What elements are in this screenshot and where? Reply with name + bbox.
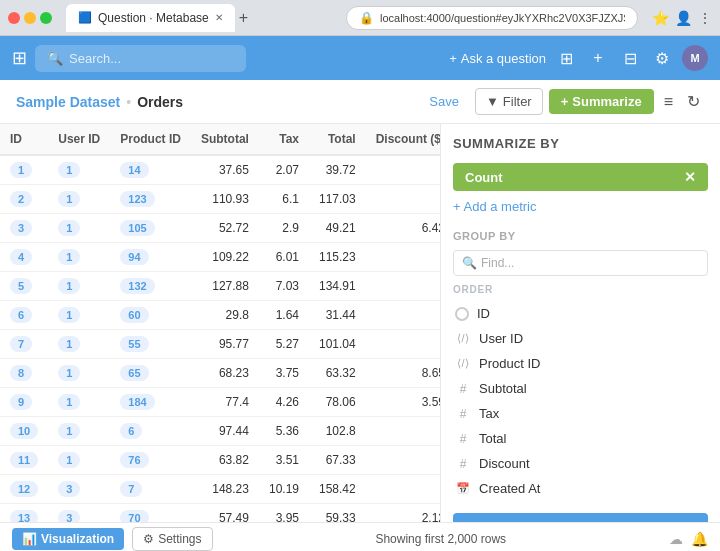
settings-button[interactable]: ⚙ Settings [132, 527, 212, 551]
group-item-subtotal[interactable]: # Subtotal [453, 376, 708, 401]
table-row[interactable]: 101697.445.36102.8January... [0, 417, 440, 446]
apps-icon[interactable]: ⊞ [554, 46, 578, 70]
table-row[interactable]: 1117663.823.5167.33July 22... [0, 446, 440, 475]
search-placeholder: Search... [69, 51, 121, 66]
table-header-row: ID User ID Product ID Subtotal Tax Total… [0, 124, 440, 155]
col-header-tax[interactable]: Tax [259, 124, 309, 155]
table-row[interactable]: 9118477.44.2678.063.59May 3... [0, 388, 440, 417]
table-cell: 4 [0, 243, 48, 272]
table-cell: 1 [48, 330, 110, 359]
group-label-user-id: User ID [479, 331, 706, 346]
table-cell: 10.19 [259, 475, 309, 504]
maximize-button[interactable] [40, 12, 52, 24]
done-button[interactable]: Done [453, 513, 708, 522]
table-cell: 101.04 [309, 330, 366, 359]
table-row[interactable]: 3110552.722.949.216.42Decemb... [0, 214, 440, 243]
table-row[interactable]: 21123110.936.1117.03May 15... [0, 185, 440, 214]
group-item-discount[interactable]: # Discount [453, 451, 708, 476]
group-item-total[interactable]: # Total [453, 426, 708, 451]
table-row[interactable]: 715595.775.27101.04Septem... [0, 330, 440, 359]
table-cell: 55 [110, 330, 191, 359]
sort-icon[interactable]: ≡ [660, 89, 677, 115]
table-cell: 1 [0, 155, 48, 185]
product-id-badge: 7 [120, 481, 142, 497]
table-row[interactable]: 816568.233.7563.328.65June 17... [0, 359, 440, 388]
table-cell: 1 [48, 155, 110, 185]
bell-icon[interactable]: 🔔 [691, 531, 708, 547]
tab-close-icon[interactable]: ✕ [215, 12, 223, 23]
add-metric-button[interactable]: + Add a metric [453, 199, 708, 214]
col-header-subtotal[interactable]: Subtotal [191, 124, 259, 155]
table-cell: 7 [110, 475, 191, 504]
table-container[interactable]: ID User ID Product ID Subtotal Tax Total… [0, 124, 440, 522]
user-id-badge: 1 [58, 307, 80, 323]
group-item-tax[interactable]: # Tax [453, 401, 708, 426]
table-cell: 97.44 [191, 417, 259, 446]
settings-icon[interactable]: ⚙ [650, 46, 674, 70]
share-icon-product-id: ⟨/⟩ [455, 357, 471, 370]
table-cell: 95.77 [191, 330, 259, 359]
table-cell: 6.01 [259, 243, 309, 272]
nav-icons: ⊞ + ⊟ ⚙ M [554, 45, 708, 71]
refresh-icon[interactable]: ↻ [683, 88, 704, 115]
cloud-icon[interactable]: ☁ [669, 531, 683, 547]
table-row[interactable]: 616029.81.6431.44Novem... [0, 301, 440, 330]
col-header-id[interactable]: ID [0, 124, 48, 155]
save-button[interactable]: Save [419, 89, 469, 114]
settings-gear-icon: ⚙ [143, 532, 154, 546]
product-id-badge: 132 [120, 278, 154, 294]
new-tab-button[interactable]: + [239, 9, 248, 27]
group-by-title: Group by [453, 230, 708, 242]
hash-icon-total: # [455, 432, 471, 446]
search-icon: 🔍 [462, 256, 477, 270]
table-cell: 158.42 [309, 475, 366, 504]
address-bar[interactable]: 🔒 localhost:4000/question#eyJkYXRhc2V0X3… [346, 6, 638, 30]
add-icon[interactable]: + [586, 46, 610, 70]
search-bar[interactable]: 🔍 Search... [35, 45, 246, 72]
table-cell: 29.8 [191, 301, 259, 330]
table-cell: 14 [110, 155, 191, 185]
minimize-button[interactable] [24, 12, 36, 24]
summarize-button[interactable]: + Summarize [549, 89, 654, 114]
table-cell: 3.95 [259, 504, 309, 523]
table-cell: 105 [110, 214, 191, 243]
group-item-user-id[interactable]: ⟨/⟩ User ID [453, 326, 708, 351]
close-button[interactable] [8, 12, 20, 24]
table-row[interactable]: 1237148.2310.19158.42June 26... [0, 475, 440, 504]
table-cell: 9 [0, 388, 48, 417]
col-header-product-id[interactable]: Product ID [110, 124, 191, 155]
ask-question-button[interactable]: + Ask a question [449, 51, 546, 66]
summarize-label: Summarize [572, 94, 641, 109]
col-header-discount[interactable]: Discount ($) [366, 124, 440, 155]
group-item-created-at[interactable]: 📅 Created At [453, 476, 708, 501]
table-row[interactable]: 111437.652.0739.72Februa... [0, 155, 440, 185]
breadcrumb-parent[interactable]: Sample Dataset [16, 94, 120, 110]
profile-icon[interactable]: 👤 [675, 10, 692, 26]
group-item-id[interactable]: ID [453, 301, 708, 326]
group-item-product-id[interactable]: ⟨/⟩ Product ID [453, 351, 708, 376]
col-header-total[interactable]: Total [309, 124, 366, 155]
table-row[interactable]: 4194109.226.01115.23August... [0, 243, 440, 272]
group-search[interactable]: 🔍 Find... [453, 250, 708, 276]
add-metric-label: + Add a metric [453, 199, 536, 214]
metric-close-icon[interactable]: ✕ [684, 169, 696, 185]
grid-icon[interactable]: ⊞ [12, 47, 27, 69]
url-text: localhost:4000/question#eyJkYXRhc2V0X3FJ… [380, 12, 625, 24]
avatar[interactable]: M [682, 45, 708, 71]
table-cell [366, 446, 440, 475]
active-tab[interactable]: 🟦 Question · Metabase ✕ [66, 4, 235, 32]
table-row[interactable]: 51132127.887.03134.91Octobe... [0, 272, 440, 301]
menu-icon[interactable]: ⋮ [698, 10, 712, 26]
table-cell: 8.65 [366, 359, 440, 388]
bookmark-icon[interactable]: ⊟ [618, 46, 642, 70]
bottom-bar: 📊 Visualization ⚙ Settings Showing first… [0, 522, 720, 551]
col-header-user-id[interactable]: User ID [48, 124, 110, 155]
table-cell: 6.1 [259, 185, 309, 214]
id-badge: 1 [10, 162, 32, 178]
table-cell: 57.49 [191, 504, 259, 523]
visualization-button[interactable]: 📊 Visualization [12, 528, 124, 550]
filter-button[interactable]: ▼ Filter [475, 88, 543, 115]
panel-title: Summarize by [453, 136, 708, 151]
table-row[interactable]: 1337057.493.9559.332.12April 6... [0, 504, 440, 523]
extensions-icon[interactable]: ⭐ [652, 10, 669, 26]
